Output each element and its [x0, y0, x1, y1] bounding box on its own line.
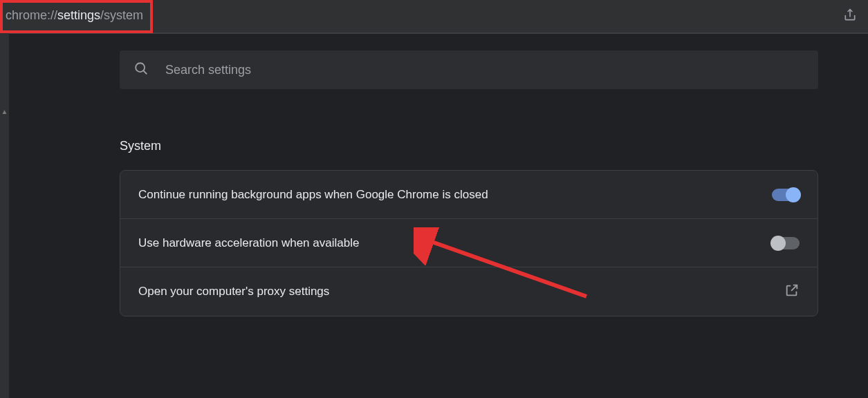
toggle-background-apps[interactable] — [772, 189, 800, 201]
toggle-hardware-accel[interactable] — [772, 237, 800, 249]
svg-line-1 — [143, 70, 147, 74]
toggle-knob — [770, 236, 786, 251]
share-icon[interactable] — [843, 8, 857, 25]
search-icon — [133, 61, 149, 79]
scroll-up-icon[interactable]: ▲ — [0, 108, 9, 117]
url-highlight-box: chrome://settings/system — [0, 0, 153, 33]
search-input[interactable] — [165, 63, 804, 77]
setting-label: Use hardware acceleration when available — [138, 236, 359, 250]
setting-label: Open your computer's proxy settings — [138, 285, 329, 298]
address-bar[interactable]: chrome://settings/system — [0, 0, 868, 33]
search-bar[interactable] — [120, 50, 818, 89]
setting-row-hardware-accel: Use hardware acceleration when available — [120, 219, 818, 267]
toggle-knob — [786, 187, 801, 202]
setting-row-background-apps: Continue running background apps when Go… — [120, 171, 818, 219]
svg-point-0 — [136, 63, 145, 72]
section-title: System — [120, 139, 818, 153]
settings-card: Continue running background apps when Go… — [120, 170, 818, 316]
left-gutter: ▲ — [0, 33, 9, 398]
url-text: chrome://settings/system — [6, 8, 143, 23]
setting-label: Continue running background apps when Go… — [138, 188, 488, 202]
setting-row-proxy[interactable]: Open your computer's proxy settings — [120, 267, 818, 316]
external-link-icon — [784, 283, 800, 301]
